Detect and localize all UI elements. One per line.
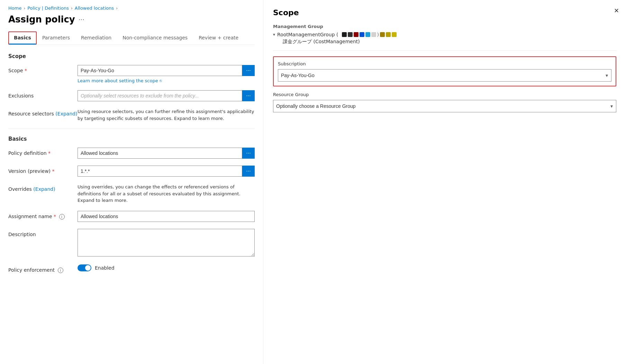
management-group-label: Management Group: [273, 24, 616, 29]
subscription-select-wrapper: Pay-As-You-Go: [278, 69, 611, 82]
exclusions-input-group: ···: [78, 90, 255, 101]
color-dot-5: [365, 32, 370, 37]
resource-selectors-help: Using resource selectors, you can furthe…: [78, 108, 255, 122]
exclusions-input[interactable]: [78, 90, 242, 101]
chevron-down-icon: ▾: [273, 32, 275, 37]
side-panel-title: Scope: [273, 8, 616, 17]
color-dot-9: [392, 32, 397, 37]
overrides-help: Using overrides, you can change the effe…: [78, 184, 255, 204]
exclusions-row: Exclusions ···: [8, 90, 255, 101]
overrides-label: Overrides (Expand): [8, 184, 78, 192]
policy-definition-input[interactable]: [78, 148, 242, 159]
management-group-tree: ▾ RootManagementGroup ( ) 課金グループ (CostMa…: [273, 32, 616, 45]
resource-group-select-wrapper: Optionally choose a Resource Group: [273, 100, 616, 112]
basics-section-title: Basics: [8, 136, 255, 142]
side-panel-close-button[interactable]: ✕: [614, 7, 619, 15]
external-link-icon: ⎋: [160, 78, 162, 83]
scope-section-title: Scope: [8, 53, 255, 59]
resource-selectors-row: Resource selectors (Expand) Using resour…: [8, 108, 255, 122]
basics-section: Basics Policy definition * ··· Version (: [8, 136, 255, 273]
color-dot-3: [354, 32, 359, 37]
resource-selectors-label: Resource selectors (Expand): [8, 108, 78, 116]
color-dot-4: [360, 32, 364, 37]
color-dot-6: [371, 32, 376, 37]
overrides-expand[interactable]: (Expand): [33, 186, 55, 192]
scope-side-panel: Scope ✕ Management Group ▾ RootManagemen…: [263, 0, 626, 364]
root-management-group-item[interactable]: ▾ RootManagementGroup ( ): [273, 32, 616, 37]
page-title-row: Assign policy ···: [8, 14, 255, 25]
policy-definition-label: Policy definition *: [8, 148, 78, 156]
scope-section: Scope Scope * ··· Learn more about setti…: [8, 53, 255, 122]
breadcrumb-allowed-locations[interactable]: Allowed locations: [75, 6, 114, 11]
version-browse-button[interactable]: ···: [242, 166, 255, 177]
root-group-label: RootManagementGroup (: [277, 32, 338, 37]
description-textarea[interactable]: [78, 229, 255, 256]
policy-definition-browse-button[interactable]: ···: [242, 148, 255, 159]
description-control: [78, 229, 255, 258]
sub-management-group-item[interactable]: 課金グループ (CostManagement): [283, 39, 616, 45]
subscription-select[interactable]: Pay-As-You-Go: [278, 69, 611, 82]
scope-learn-more-link[interactable]: Learn more about setting the scope ⎋: [78, 78, 162, 83]
scope-browse-button[interactable]: ···: [242, 65, 255, 76]
tabs-bar: Basics Parameters Remediation Non-compli…: [8, 31, 255, 45]
description-row: Description: [8, 229, 255, 258]
color-dot-1: [342, 32, 347, 37]
policy-enforcement-toggle[interactable]: [78, 264, 91, 271]
assignment-name-row: Assignment name * i: [8, 211, 255, 222]
tab-review-create[interactable]: Review + create: [193, 31, 244, 45]
scope-input[interactable]: [78, 65, 242, 76]
policy-definition-control: ···: [78, 148, 255, 159]
policy-definition-row: Policy definition * ···: [8, 148, 255, 159]
policy-enforcement-value: Enabled: [95, 265, 115, 271]
page-options-button[interactable]: ···: [79, 16, 84, 23]
assignment-name-label: Assignment name * i: [8, 211, 78, 220]
exclusions-label: Exclusions: [8, 90, 78, 99]
policy-enforcement-label: Policy enforcement i: [8, 264, 78, 273]
color-dot-7: [380, 32, 385, 37]
version-input-group: ···: [78, 166, 255, 177]
tab-remediation[interactable]: Remediation: [75, 31, 117, 45]
subscription-label: Subscription: [278, 61, 611, 66]
color-dots: ): [342, 32, 397, 37]
resource-group-select[interactable]: Optionally choose a Resource Group: [273, 100, 616, 112]
subscription-box: Subscription Pay-As-You-Go: [273, 56, 616, 86]
policy-definition-input-group: ···: [78, 148, 255, 159]
resource-selectors-expand[interactable]: (Expand): [55, 111, 77, 116]
tab-non-compliance[interactable]: Non-compliance messages: [117, 31, 193, 45]
version-input[interactable]: [78, 166, 242, 177]
assignment-name-control: [78, 211, 255, 222]
policy-enforcement-info-icon[interactable]: i: [58, 268, 63, 273]
version-label: Version (preview) *: [8, 166, 78, 174]
page-title: Assign policy: [8, 14, 75, 25]
description-label: Description: [8, 229, 78, 237]
scope-basics-divider: [8, 129, 255, 129]
scope-label: Scope *: [8, 65, 78, 73]
assignment-name-input[interactable]: [78, 211, 255, 222]
breadcrumb-policy-definitions[interactable]: Policy | Definitions: [27, 6, 69, 11]
assignment-name-info-icon[interactable]: i: [59, 214, 65, 220]
color-dot-2: [348, 32, 353, 37]
scope-input-group: ···: [78, 65, 255, 76]
exclusions-browse-button[interactable]: ···: [242, 90, 255, 101]
policy-enforcement-row: Policy enforcement i Enabled: [8, 264, 255, 273]
tab-parameters[interactable]: Parameters: [37, 31, 75, 45]
scope-row: Scope * ··· Learn more about setting the…: [8, 65, 255, 83]
breadcrumb: Home › Policy | Definitions › Allowed lo…: [8, 6, 255, 11]
tab-basics[interactable]: Basics: [8, 31, 37, 45]
overrides-row: Overrides (Expand) Using overrides, you …: [8, 184, 255, 204]
color-dot-8: [386, 32, 391, 37]
mgmt-subscription-divider: [273, 50, 616, 51]
resource-group-label: Resource Group: [273, 92, 616, 97]
exclusions-control: ···: [78, 90, 255, 101]
scope-control: ··· Learn more about setting the scope ⎋: [78, 65, 255, 83]
version-row: Version (preview) * ···: [8, 166, 255, 177]
breadcrumb-home[interactable]: Home: [8, 6, 21, 11]
version-control: ···: [78, 166, 255, 177]
policy-enforcement-control: Enabled: [78, 264, 255, 271]
